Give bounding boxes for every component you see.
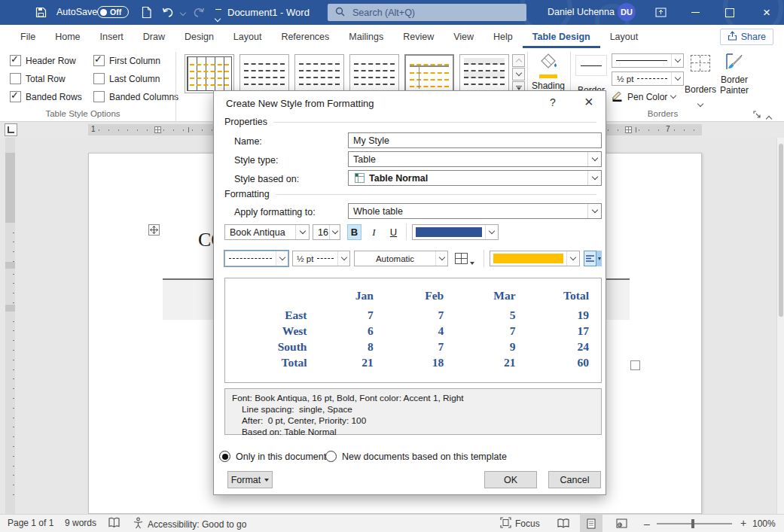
italic-button[interactable]: I	[367, 224, 381, 240]
tab-layout[interactable]: Layout	[224, 25, 272, 48]
search-input[interactable]	[351, 7, 505, 19]
zoom-out-icon[interactable]: –	[644, 518, 650, 530]
borders-apply-dropdown-icon[interactable]	[470, 257, 474, 267]
autosave-toggle-knob	[100, 9, 107, 16]
alignment-button[interactable]	[584, 251, 596, 266]
apply-formatting-dropdown[interactable]: Whole table	[348, 203, 602, 219]
fill-color-dropdown[interactable]	[490, 251, 580, 266]
account-name[interactable]: Daniel Uchenna	[548, 7, 615, 17]
undo-icon[interactable]	[162, 7, 175, 20]
scrollbar-thumb[interactable]	[779, 144, 783, 317]
avatar[interactable]: DU	[618, 3, 636, 21]
shading-button[interactable]: Shading	[532, 53, 565, 91]
table-style-thumbnail-4[interactable]	[349, 54, 399, 93]
line-weight-combo[interactable]: ½ pt	[612, 71, 684, 86]
tab-insert[interactable]: Insert	[90, 25, 133, 48]
alignment-dropdown-icon[interactable]	[596, 251, 602, 266]
tab-file[interactable]: File	[11, 25, 45, 48]
share-button[interactable]: Share	[720, 29, 773, 45]
style-based-on-dropdown[interactable]: Table Normal	[348, 170, 602, 186]
table-resize-handle[interactable]	[630, 360, 640, 370]
autosave-toggle[interactable]: Off	[97, 6, 129, 18]
checkbox-total-row[interactable]	[10, 73, 21, 84]
font-size-dropdown[interactable]: 16	[313, 224, 340, 240]
word-count[interactable]: 9 words	[65, 518, 96, 528]
radio-new-documents[interactable]: New documents based on this template	[325, 451, 507, 462]
style-name-input[interactable]: My Style	[348, 132, 602, 148]
borders-apply-button[interactable]	[452, 251, 470, 266]
checkbox-banded-rows[interactable]	[10, 91, 21, 102]
tab-table-design[interactable]: Table Design	[523, 25, 600, 48]
page-indicator[interactable]: Page 1 of 1	[8, 518, 53, 528]
font-color-dropdown[interactable]	[412, 224, 499, 240]
vertical-scrollbar[interactable]	[776, 138, 784, 514]
underline-button[interactable]: U	[386, 224, 401, 240]
maximize-button[interactable]	[718, 0, 741, 25]
border-line-style-dropdown[interactable]	[224, 251, 288, 266]
accessibility-status[interactable]: Accessibility: Good to go	[133, 517, 246, 531]
dialog-close-icon[interactable]: ×	[584, 93, 593, 111]
tab-design[interactable]: Design	[175, 25, 224, 48]
table-style-thumbnail-2[interactable]	[239, 54, 289, 93]
collapse-ribbon-icon[interactable]	[767, 112, 771, 123]
tab-table-layout[interactable]: Layout	[600, 25, 648, 48]
read-mode-button[interactable]	[552, 515, 575, 532]
tab-draw[interactable]: Draw	[133, 25, 175, 48]
checkbox-first-column[interactable]	[93, 55, 105, 66]
table-style-thumbnail-1[interactable]	[185, 54, 234, 93]
share-icon	[728, 31, 737, 43]
web-layout-button[interactable]	[610, 515, 633, 532]
bold-button[interactable]: B	[347, 224, 361, 240]
border-weight-dropdown[interactable]: ½ pt	[292, 251, 350, 266]
tab-home[interactable]: Home	[45, 25, 90, 48]
vertical-ruler[interactable]	[5, 138, 15, 514]
radio-only-in-document[interactable]: Only in this document	[219, 451, 326, 462]
minimize-button[interactable]	[684, 0, 706, 25]
proofing-icon[interactable]	[108, 517, 120, 531]
search-box[interactable]	[328, 4, 526, 21]
line-style-combo[interactable]	[612, 53, 684, 68]
tab-review[interactable]: Review	[393, 25, 444, 48]
preview-table: Jan Feb Mar Total East7 75 19 West6 47 1…	[227, 284, 593, 370]
table-style-thumbnail-5-selected[interactable]	[404, 54, 454, 93]
borders-button[interactable]: Borders	[684, 53, 717, 108]
format-button[interactable]: Format	[227, 471, 273, 488]
tab-references[interactable]: References	[271, 25, 339, 48]
table-style-thumbnail-6[interactable]	[459, 54, 509, 93]
zoom-slider-thumb[interactable]	[691, 519, 694, 528]
borders-dialog-launcher-icon[interactable]	[753, 110, 761, 121]
save-icon[interactable]	[35, 6, 47, 21]
zoom-level[interactable]: 100%	[752, 518, 776, 529]
zoom-slider[interactable]	[657, 523, 732, 524]
checkbox-banded-columns[interactable]	[93, 91, 105, 102]
cancel-button[interactable]: Cancel	[548, 471, 601, 488]
border-painter-button[interactable]: Border Painter	[717, 53, 752, 96]
focus-button[interactable]: Focus	[500, 517, 540, 530]
print-layout-button[interactable]	[580, 515, 602, 532]
gallery-scroll-down-icon[interactable]	[512, 68, 525, 81]
tab-mailings[interactable]: Mailings	[339, 25, 393, 48]
dialog-help-icon[interactable]: ?	[550, 96, 556, 108]
tab-stop-selector[interactable]	[5, 123, 17, 136]
tab-view[interactable]: View	[444, 25, 484, 48]
ribbon-display-options-icon[interactable]	[649, 0, 672, 25]
new-document-icon[interactable]	[141, 6, 152, 21]
undo-dropdown-icon[interactable]	[181, 6, 185, 17]
close-button[interactable]: ×	[755, 0, 778, 25]
pen-color-button[interactable]: Pen Color	[612, 90, 676, 104]
gallery-scroll-up-icon[interactable]	[512, 54, 525, 67]
checkbox-header-row[interactable]	[10, 55, 21, 66]
font-name-dropdown[interactable]: Book Antiqua	[224, 224, 310, 240]
ok-button[interactable]: OK	[484, 471, 537, 488]
style-type-dropdown[interactable]: Table	[348, 151, 602, 167]
ruler-table-column-marker[interactable]	[154, 126, 161, 133]
tab-help[interactable]: Help	[484, 25, 523, 48]
border-color-dropdown[interactable]: Automatic	[354, 251, 448, 266]
table-style-thumbnail-3[interactable]	[294, 54, 344, 93]
ruler-table-column-marker[interactable]	[625, 126, 632, 133]
table-move-handle[interactable]	[148, 224, 160, 236]
border-styles-button[interactable]: Border	[575, 55, 607, 96]
zoom-in-icon[interactable]: +	[740, 517, 746, 529]
checkbox-last-column[interactable]	[93, 73, 105, 84]
customize-quick-access-icon[interactable]	[215, 9, 221, 23]
